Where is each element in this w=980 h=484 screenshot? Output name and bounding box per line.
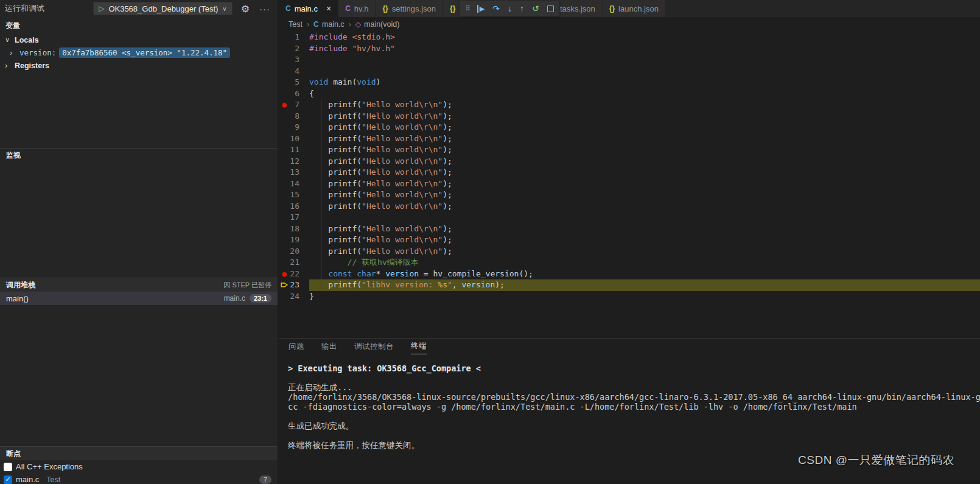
token-pl: ); [443,224,452,233]
breakpoint-gutter[interactable] [279,212,290,223]
line-number: 8 [290,111,309,122]
breakpoint-gutter[interactable]: ● [279,268,290,280]
stack-frame-row[interactable]: main() main.c 23:1 [0,292,278,305]
indent-guide [321,99,321,291]
breakpoint-row[interactable]: ✓main.cTest7 [0,473,278,484]
toolbar-grip-handle[interactable]: ⠿ [465,4,469,13]
breakpoint-gutter[interactable] [279,122,290,133]
line-number: 22 [290,268,309,280]
breadcrumb-item[interactable]: Test [289,20,303,29]
token-pl: printf( [309,224,362,233]
token-str: "hv/hv.h" [352,44,394,53]
panel-tab-终端[interactable]: 终端 [411,341,427,354]
token-pl: ) [376,77,381,86]
registers-tree-item[interactable]: › Registers [0,59,278,72]
line-number: 23 [290,279,309,291]
line-number: 19 [290,234,309,246]
breakpoint-gutter[interactable] [279,279,290,291]
token-pl [309,269,328,278]
call-stack-header[interactable]: 调用堆栈 因 STEP 已暂停 [0,278,278,292]
gear-icon[interactable]: ⚙ [241,3,250,15]
breakpoint-gutter[interactable]: ● [279,99,290,111]
frame-name: main() [6,294,29,303]
breakpoint-gutter[interactable] [279,88,290,100]
panel-tab-问题[interactable]: 问题 [289,342,304,354]
breakpoint-gutter[interactable] [279,291,290,303]
token-str: "Hello world\r\n" [362,190,443,199]
restart-button[interactable]: ↺ [532,4,539,13]
breakpoint-gutter[interactable] [279,43,290,55]
terminal-line [288,431,980,441]
code-text: { [309,88,980,100]
code-line: 11 printf("Hello world\r\n"); [279,144,980,156]
debug-config-dropdown[interactable]: ▷ OK3568_Gdb_Debugger (Test) ∨ [93,2,233,15]
json-file-icon: {} [609,4,615,13]
stop-button[interactable] [547,5,554,12]
toolbar-buttons: ▶↷↓↑↺ [477,4,554,13]
chevron-right-icon: › [5,61,12,70]
breakpoints-section: 断点 All C++ Exceptions✓main.cTest7 [0,446,278,484]
tab-launch.json[interactable]: {}launch.json [603,0,666,17]
line-number: 4 [290,66,309,77]
code-text: void main(void) [309,77,980,88]
breakpoint-icon: ● [282,269,287,278]
step-over-button[interactable]: ↷ [492,4,500,13]
terminal-line: cc -fdiagnostics-color=always -g /home/f… [288,402,980,412]
more-actions-icon[interactable]: ··· [259,4,270,14]
step-out-icon: ↑ [520,4,524,13]
breakpoint-gutter[interactable] [279,32,290,43]
breakpoint-gutter[interactable] [279,201,290,212]
breadcrumb-item[interactable]: ◇main(void) [355,20,400,29]
breakpoint-checkbox[interactable] [4,463,12,471]
locals-label: Locals [15,36,39,44]
breakpoint-label: main.c [16,475,39,484]
breakpoint-gutter[interactable] [279,167,290,178]
breakpoint-checkbox[interactable]: ✓ [4,475,12,484]
tab-main.c[interactable]: Cmain.c× [279,0,338,17]
breakpoint-gutter[interactable] [279,133,290,145]
token-pl: ); [495,280,505,289]
line-number: 17 [290,212,309,223]
breakpoints-list: All C++ Exceptions✓main.cTest7 [0,460,278,484]
step-into-button[interactable]: ↓ [508,4,512,13]
breakpoint-gutter[interactable] [279,257,290,268]
breakpoint-icon: ● [282,100,287,109]
token-pl: ); [443,111,452,121]
breakpoint-gutter[interactable] [279,156,290,167]
line-number: 11 [290,144,309,156]
breadcrumb-item[interactable]: Cmain.c [313,20,345,29]
line-number: 21 [290,257,309,268]
breakpoint-gutter[interactable] [279,77,290,88]
breakpoint-gutter[interactable] [279,54,290,66]
breakpoint-gutter[interactable] [279,189,290,201]
breakpoint-gutter[interactable] [279,234,290,246]
watch-section: 监视 [0,148,278,162]
locals-tree-item[interactable]: ∨ Locals [0,33,278,46]
breakpoint-gutter[interactable] [279,66,290,77]
watch-header-label: 监视 [6,150,21,161]
version-variable-row[interactable]: › version: 0x7fa7b86560 <s_version> "1.2… [0,46,278,59]
step-out-button[interactable]: ↑ [520,4,524,13]
tab-settings.json[interactable]: {}settings.json [376,0,443,17]
token-str: "Hello world\r\n" [362,179,443,188]
breakpoint-gutter[interactable] [279,246,290,258]
breakpoint-gutter[interactable] [279,111,290,122]
token-pl: printf( [309,235,362,244]
symbol-method-icon: ◇ [355,20,361,29]
close-icon[interactable]: × [326,4,331,13]
breakpoint-gutter[interactable] [279,223,290,235]
breakpoint-gutter[interactable] [279,178,290,190]
token-pl: ); [443,122,452,132]
continue-button[interactable]: ▶ [477,5,485,13]
token-pl: printf( [309,179,362,188]
breakpoints-header[interactable]: 断点 [0,447,278,460]
watch-header[interactable]: 监视 [0,149,278,162]
panel-tab-调试控制台[interactable]: 调试控制台 [354,342,394,354]
tab-hv.h[interactable]: Chv.h [338,0,376,17]
token-str: "Hello world\r\n" [362,122,443,132]
breadcrumb-label: Test [289,20,303,29]
breakpoint-row[interactable]: All C++ Exceptions [0,460,278,473]
panel-tab-输出[interactable]: 输出 [321,342,337,354]
breakpoint-gutter[interactable] [279,144,290,156]
terminal-line: /home/forlinx/3568/OK3568-linux-source/p… [288,393,980,402]
